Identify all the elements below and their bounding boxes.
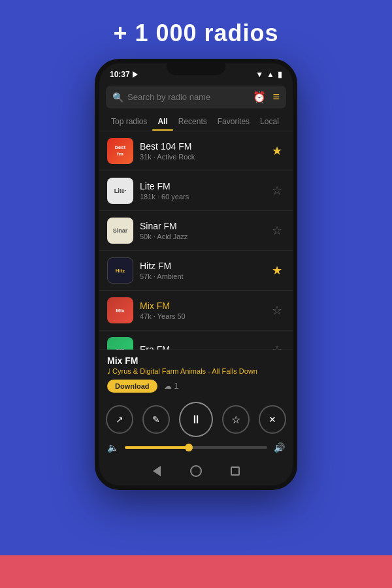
radio-name: Era FM: [140, 344, 269, 350]
playback-controls: ↗ ✎ ⏸ ☆ ✕: [99, 397, 293, 442]
cloud-icon: ☁: [164, 382, 172, 391]
radio-meta: 57k · Ambient: [140, 272, 269, 280]
radio-info-best104fm: Best 104 FM 31k · Active Rock: [140, 141, 269, 161]
now-playing-track: ♩ Cyrus & Digital Farm Animals - All Fal…: [107, 367, 285, 376]
pause-icon: ⏸: [190, 413, 202, 427]
favorite-star-button[interactable]: ★: [269, 261, 285, 280]
phone-notch: [167, 63, 225, 75]
pause-button[interactable]: ⏸: [179, 402, 213, 437]
close-button[interactable]: ✕: [259, 405, 286, 434]
hamburger-menu-icon[interactable]: ≡: [272, 90, 280, 104]
volume-high-icon: 🔊: [274, 442, 285, 453]
alarm-icon[interactable]: ⏰: [253, 91, 266, 103]
tab-favorites[interactable]: Favorites: [212, 112, 255, 131]
cloud-number: 1: [174, 382, 179, 391]
volume-low-icon: 🔈: [107, 442, 118, 453]
radio-info-erafm: Era FM: [140, 344, 269, 350]
star-icon: ☆: [231, 414, 240, 426]
tab-local[interactable]: Local: [255, 112, 284, 131]
back-button[interactable]: [150, 465, 163, 478]
favorite-star-button[interactable]: ☆: [269, 301, 285, 320]
back-icon: [153, 466, 161, 476]
search-input[interactable]: [127, 92, 253, 102]
home-button[interactable]: [189, 465, 203, 478]
radio-logo-hitzfm: Hitz: [107, 257, 133, 284]
share-button[interactable]: ↗: [106, 405, 133, 434]
volume-slider[interactable]: [125, 446, 267, 449]
favorite-star-button[interactable]: ☆: [269, 181, 285, 201]
radio-name: Lite FM: [140, 181, 269, 191]
radio-name: Mix FM: [140, 301, 269, 311]
radio-name: Best 104 FM: [140, 141, 269, 152]
favorite-button[interactable]: ☆: [222, 405, 250, 434]
radio-info-mixfm: Mix FM 47k · Years 50: [140, 301, 269, 320]
favorite-star-button[interactable]: ☆: [269, 221, 285, 240]
search-icon: 🔍: [112, 92, 123, 103]
radio-meta: 181k · 60 years: [140, 193, 269, 201]
recents-icon: [231, 466, 240, 476]
radio-logo-erafm: era: [107, 337, 133, 350]
radio-name: Hitz FM: [140, 261, 269, 271]
phone-screen: 10:37 ▼ ▲ ▮ 🔍 ⏰ ≡ Top radios All Recents…: [95, 59, 297, 490]
tab-recents[interactable]: Recents: [173, 112, 212, 131]
edit-icon: ✎: [152, 414, 160, 425]
radio-name: Sinar FM: [140, 221, 269, 231]
radio-logo-litefm: Lite·: [107, 178, 133, 204]
list-item[interactable]: Hitz Hitz FM 57k · Ambient ★: [99, 251, 293, 291]
nav-bar: [99, 458, 293, 485]
tab-top-radios[interactable]: Top radios: [106, 112, 152, 131]
status-play-icon: [133, 71, 138, 78]
list-item[interactable]: bestfm Best 104 FM 31k · Active Rock ★: [99, 131, 293, 171]
radio-logo-best104fm: bestfm: [107, 138, 133, 164]
radio-info-sinarfm: Sinar FM 50k · Acid Jazz: [140, 221, 269, 240]
favorite-star-button[interactable]: ★: [269, 141, 285, 161]
radio-logo-mixfm: Mix: [107, 297, 133, 323]
page-title: + 1 000 radios: [113, 20, 278, 47]
radio-info-litefm: Lite FM 181k · 60 years: [140, 181, 269, 201]
list-item[interactable]: Lite· Lite FM 181k · 60 years ☆: [99, 171, 293, 211]
now-playing-station: Mix FM: [107, 355, 285, 366]
list-item[interactable]: Sinar Sinar FM 50k · Acid Jazz ☆: [99, 211, 293, 251]
status-time: 10:37: [110, 70, 130, 79]
radio-meta: 47k · Years 50: [140, 312, 269, 320]
download-button[interactable]: Download: [107, 380, 157, 393]
radio-meta: 31k · Active Rock: [140, 153, 269, 161]
now-playing-bar: Mix FM ♩ Cyrus & Digital Farm Animals - …: [99, 350, 293, 397]
radio-info-hitzfm: Hitz FM 57k · Ambient: [140, 261, 269, 280]
status-battery-icon: ▮: [278, 70, 282, 79]
volume-thumb: [185, 444, 193, 451]
share-icon: ↗: [116, 414, 123, 425]
tabs-bar: Top radios All Recents Favorites Local: [99, 112, 293, 131]
radio-list: bestfm Best 104 FM 31k · Active Rock ★ L…: [99, 131, 293, 350]
close-icon: ✕: [269, 414, 276, 425]
phone-mockup: 10:37 ▼ ▲ ▮ 🔍 ⏰ ≡ Top radios All Recents…: [95, 59, 297, 490]
recents-button[interactable]: [229, 465, 242, 478]
status-signal-icon: ▼: [255, 70, 263, 79]
bottom-decoration: [0, 555, 392, 588]
tab-all[interactable]: All: [152, 112, 172, 131]
home-icon: [190, 465, 202, 477]
favorite-star-button[interactable]: ☆: [269, 340, 285, 350]
volume-bar-row: 🔈 🔊: [99, 442, 293, 458]
search-bar[interactable]: 🔍 ⏰ ≡: [106, 86, 286, 108]
radio-meta: 50k · Acid Jazz: [140, 233, 269, 240]
list-item[interactable]: era Era FM ☆: [99, 331, 293, 350]
radio-logo-sinarfm: Sinar: [107, 218, 133, 244]
now-playing-actions: Download ☁ 1: [107, 380, 285, 393]
cloud-count: ☁ 1: [164, 382, 179, 391]
edit-button[interactable]: ✎: [142, 405, 170, 434]
list-item[interactable]: Mix Mix FM 47k · Years 50 ☆: [99, 291, 293, 331]
status-wifi-icon: ▲: [267, 70, 274, 79]
volume-fill: [125, 446, 189, 449]
